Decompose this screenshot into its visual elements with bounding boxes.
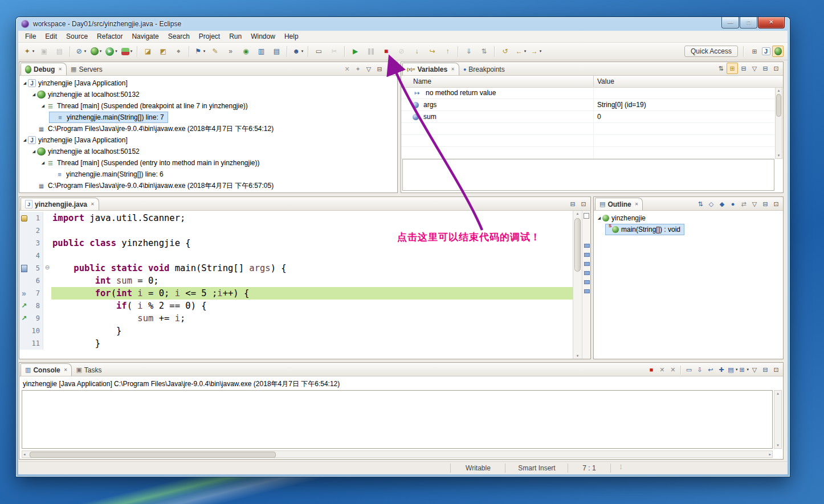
scroll-up-icon[interactable]: ▴	[774, 391, 781, 396]
tab-tasks[interactable]: ▣Tasks	[72, 364, 105, 376]
back-button[interactable]: ←▾	[513, 45, 528, 58]
open-perspective-button[interactable]: ⊞	[749, 46, 760, 56]
scroll-down-icon[interactable]: ▾	[774, 443, 781, 448]
minimize-button[interactable]: ⊟	[760, 63, 770, 73]
user-profile-button[interactable]: ☻▾	[291, 45, 305, 58]
menu-help[interactable]: Help	[280, 31, 303, 42]
console-vscrollbar[interactable]: ▴ ▾	[774, 390, 782, 449]
tab-variables[interactable]: (x)=Variables✕	[402, 63, 459, 75]
scroll-right-icon[interactable]: ▸	[769, 452, 771, 457]
code-line-6[interactable]: 6 int sum = 0;	[19, 274, 573, 287]
code-line-1[interactable]: 1import java.util.Scanner;	[19, 212, 573, 224]
tab-close-icon[interactable]: ✕	[635, 202, 639, 207]
scroll-up-icon[interactable]: ▴	[573, 211, 582, 216]
scroll-left-icon[interactable]: ◂	[23, 452, 26, 457]
tree-item[interactable]: ▦C:\Program Files\Java\jre-9.0.4\bin\jav…	[31, 180, 277, 191]
tree-item[interactable]: ≡yinzhengjie.main(String[]) line: 6	[49, 169, 167, 180]
expander-icon[interactable]: ◢	[22, 81, 28, 85]
new-java-project-button[interactable]: ◪	[141, 45, 155, 58]
tab-close-icon[interactable]: ✕	[58, 67, 62, 72]
maximize-button[interactable]: □	[740, 17, 757, 28]
tab-close-icon[interactable]: ✕	[451, 67, 455, 72]
external-tools-button[interactable]: ⚑▾	[193, 45, 207, 58]
console-hscrollbar[interactable]: ◂ ▸	[22, 450, 773, 458]
menu-window[interactable]: Window	[246, 31, 280, 42]
gutter-marker-area[interactable]	[19, 325, 28, 337]
new-wizard-menu-arrow[interactable]: ▾	[32, 49, 35, 54]
debug-perspective-button[interactable]	[772, 46, 784, 57]
hide-non-public-button[interactable]: ●	[728, 199, 738, 209]
tree-item[interactable]: ▦C:\Program Files\Java\jre-9.0.4\bin\jav…	[31, 123, 277, 134]
collapse-all-button[interactable]: ⊟	[739, 63, 749, 73]
variable-row[interactable]: sum0	[401, 111, 774, 123]
tree-item[interactable]: ◢☰Thread [main] (Suspended (breakpoint a…	[40, 100, 251, 112]
occurrence-marker[interactable]	[584, 289, 590, 293]
java-perspective-button[interactable]: J	[761, 46, 771, 56]
tree-item[interactable]: ◢yinzhengjie at localhost:50152	[31, 146, 143, 157]
scroll-up-icon[interactable]: ▴	[776, 88, 782, 93]
layout-button[interactable]: ⊞	[727, 63, 738, 74]
drop-to-frame-button[interactable]: ⇓	[462, 45, 476, 58]
minimize-button[interactable]: ⊟	[760, 364, 770, 375]
debug-button[interactable]: ▾	[89, 45, 103, 58]
external-tools-menu-arrow[interactable]: ▾	[203, 49, 206, 54]
expander-icon[interactable]: ◢	[40, 161, 46, 165]
quick-access-button[interactable]: Quick Access	[684, 46, 738, 57]
debug-menu-arrow[interactable]: ▾	[100, 49, 102, 54]
remove-all-terminated-button[interactable]: ✕	[342, 64, 352, 74]
expander-icon[interactable]: ◢	[31, 149, 37, 154]
display-console-menu-arrow[interactable]: ▾	[736, 367, 738, 372]
maximize-button[interactable]: ⊡	[578, 199, 589, 209]
occurrence-marker[interactable]	[584, 253, 590, 257]
tree-item[interactable]: ◢Jyinzhengjie [Java Application]	[22, 77, 131, 89]
coverage-button[interactable]: ▾	[120, 45, 134, 58]
pin-console-button[interactable]: ✚	[716, 364, 727, 375]
tab-close-icon[interactable]: ✕	[64, 367, 68, 372]
scrollbar-thumb[interactable]	[574, 218, 581, 272]
tree-item[interactable]: ◢☰Thread [main] (Suspended (entry into m…	[40, 157, 263, 169]
resume-button[interactable]: ▶	[348, 45, 362, 58]
clear-console-button[interactable]: ▭	[684, 364, 694, 375]
back-menu-arrow[interactable]: ▾	[524, 49, 527, 54]
expander-icon[interactable]: ◢	[40, 104, 46, 108]
step-into-button[interactable]: ↓	[410, 45, 424, 58]
step-return-button[interactable]: ↑	[440, 45, 455, 58]
occurrence-marker[interactable]	[584, 262, 590, 266]
terminate-button[interactable]: ■	[646, 364, 656, 375]
menu-project[interactable]: Project	[194, 31, 225, 42]
sort-button[interactable]: ⇅	[695, 199, 705, 209]
menu-edit[interactable]: Edit	[40, 31, 62, 42]
minimize-button[interactable]: ⊟	[568, 199, 578, 209]
scroll-down-icon[interactable]: ▾	[776, 153, 782, 158]
run-menu-arrow[interactable]: ▾	[115, 49, 117, 54]
gutter-marker-area[interactable]	[19, 262, 28, 274]
variables-scrollbar[interactable]: ▴ ▾	[775, 87, 782, 159]
open-console-menu-arrow[interactable]: ▾	[747, 367, 749, 372]
search-button[interactable]: ⌖	[172, 45, 186, 58]
show-logical-structures-button[interactable]: ⇅	[716, 63, 726, 73]
editor-scrollbar[interactable]: ▴ ▾	[573, 211, 582, 359]
word-wrap-button[interactable]: ↩	[705, 364, 716, 375]
code-line-10[interactable]: 10 }	[19, 325, 573, 337]
menu-file[interactable]: File	[21, 31, 40, 42]
gutter-marker-area[interactable]	[19, 237, 28, 249]
close-button[interactable]: ✕	[758, 17, 785, 28]
scrollbar-thumb[interactable]	[30, 452, 276, 458]
remove-all-launches-button[interactable]: ✕	[668, 364, 678, 375]
new-java-class-button[interactable]: ◉	[239, 45, 253, 58]
tab-close-icon[interactable]: ✕	[91, 202, 95, 207]
console-output-area[interactable]	[22, 390, 773, 449]
menu-run[interactable]: Run	[225, 31, 246, 42]
gutter-marker-area[interactable]	[19, 274, 28, 287]
open-type-button[interactable]: ◩	[156, 45, 170, 58]
view-menu-button[interactable]: ▽	[364, 64, 374, 74]
outline-tree[interactable]: ◢yinzhengjieSmain(String[]) : void	[594, 211, 783, 360]
code-line-4[interactable]: 4	[19, 249, 573, 262]
menu-source[interactable]: Source	[62, 31, 92, 42]
occurrence-marker[interactable]	[584, 244, 590, 248]
overview-ruler[interactable]	[582, 211, 590, 359]
forward-menu-arrow[interactable]: ▾	[540, 49, 542, 54]
minimize-button[interactable]: —	[721, 17, 739, 28]
menu-navigate[interactable]: Navigate	[127, 31, 163, 42]
view-menu-button[interactable]: ▽	[749, 63, 760, 73]
